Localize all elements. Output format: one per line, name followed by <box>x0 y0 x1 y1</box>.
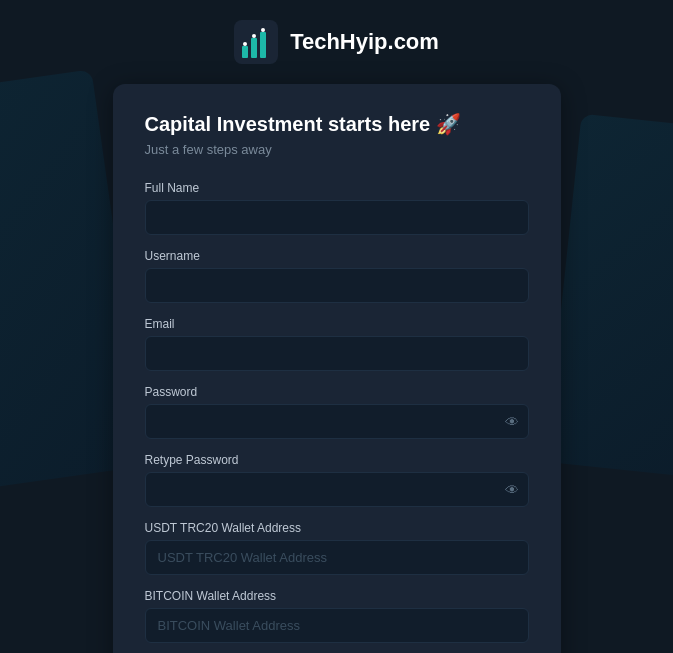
svg-rect-2 <box>251 38 257 58</box>
svg-point-6 <box>261 28 265 32</box>
username-label: Username <box>145 249 529 263</box>
retype-eye-icon[interactable]: 👁 <box>505 482 519 498</box>
usdt-trc20-group: USDT TRC20 Wallet Address <box>145 521 529 575</box>
logo-icon <box>234 20 278 64</box>
svg-rect-3 <box>260 32 266 58</box>
page-container: TechHyip.com Capital Investment starts h… <box>97 0 577 653</box>
retype-password-label: Retype Password <box>145 453 529 467</box>
usdt-trc20-input[interactable] <box>145 540 529 575</box>
full-name-label: Full Name <box>145 181 529 195</box>
password-wrapper: 👁 <box>145 404 529 439</box>
logo-text: TechHyip.com <box>290 29 439 55</box>
header: TechHyip.com <box>113 20 561 64</box>
form-subtitle: Just a few steps away <box>145 142 529 157</box>
password-label: Password <box>145 385 529 399</box>
retype-password-input[interactable] <box>145 472 529 507</box>
password-eye-icon[interactable]: 👁 <box>505 414 519 430</box>
form-title: Capital Investment starts here 🚀 <box>145 112 529 136</box>
retype-password-group: Retype Password 👁 <box>145 453 529 507</box>
password-group: Password 👁 <box>145 385 529 439</box>
retype-password-wrapper: 👁 <box>145 472 529 507</box>
full-name-input[interactable] <box>145 200 529 235</box>
bitcoin-input[interactable] <box>145 608 529 643</box>
email-group: Email <box>145 317 529 371</box>
svg-point-5 <box>252 34 256 38</box>
svg-point-4 <box>243 42 247 46</box>
username-input[interactable] <box>145 268 529 303</box>
usdt-trc20-label: USDT TRC20 Wallet Address <box>145 521 529 535</box>
full-name-group: Full Name <box>145 181 529 235</box>
bitcoin-group: BITCOIN Wallet Address <box>145 589 529 643</box>
username-group: Username <box>145 249 529 303</box>
email-label: Email <box>145 317 529 331</box>
bitcoin-label: BITCOIN Wallet Address <box>145 589 529 603</box>
password-input[interactable] <box>145 404 529 439</box>
svg-rect-1 <box>242 46 248 58</box>
email-input[interactable] <box>145 336 529 371</box>
form-card: Capital Investment starts here 🚀 Just a … <box>113 84 561 653</box>
